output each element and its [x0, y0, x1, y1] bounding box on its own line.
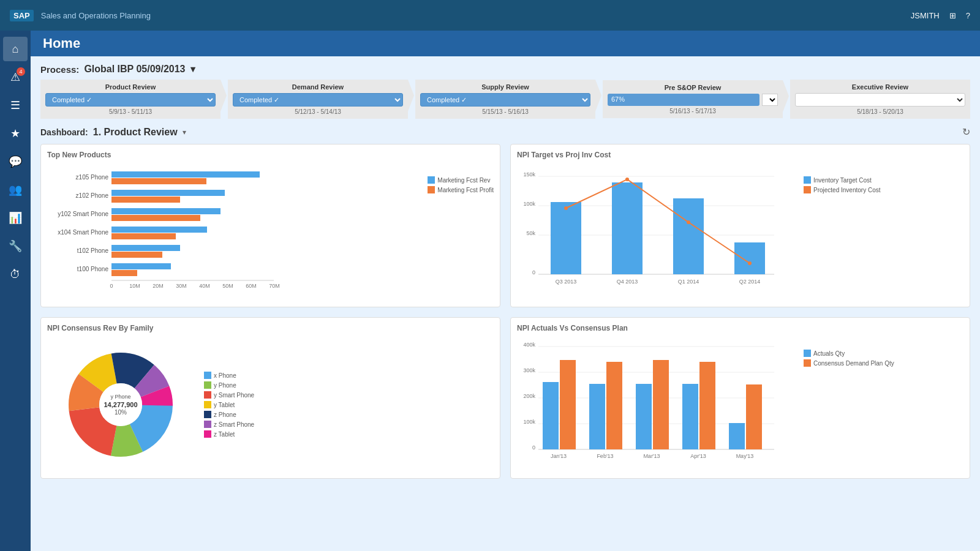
grid-icon[interactable]: ⊞	[949, 11, 956, 20]
legend-dot-xphone	[204, 372, 211, 379]
svg-text:0: 0	[110, 283, 113, 289]
legend-dot-zphone	[204, 411, 211, 418]
sidebar-item-list[interactable]: ☰	[3, 93, 28, 118]
dashboard-header: Dashboard: 1. Product Review ▾ ↻	[40, 126, 970, 138]
svg-rect-35	[551, 202, 581, 274]
sidebar-item-tools[interactable]: 🔧	[3, 234, 28, 258]
svg-text:50k: 50k	[526, 230, 535, 236]
legend-item-ytablet: y Tablet	[204, 401, 254, 408]
history-icon: ⏱	[10, 268, 21, 281]
sidebar-item-history[interactable]: ⏱	[3, 262, 28, 287]
sidebar-item-favorites[interactable]: ★	[3, 121, 28, 146]
svg-rect-8	[111, 215, 200, 221]
legend-item-xphone: x Phone	[204, 372, 254, 379]
sidebar-item-home[interactable]: ⌂	[3, 37, 28, 61]
npi-consensus-title: NPI Consensus Rev By Family	[47, 324, 494, 332]
step-status-pre-sop: 67%	[608, 94, 760, 106]
legend-item-ysmartphone: y Smart Phone	[204, 391, 254, 399]
legend-label-ztablet: z Tablet	[214, 431, 235, 438]
svg-rect-70	[543, 382, 559, 449]
user-name[interactable]: JSMITH	[911, 11, 940, 20]
npi-consensus-legend: x Phone y Phone y Smart Phone	[204, 372, 254, 438]
tools-icon: 🔧	[9, 239, 22, 253]
svg-text:70M: 70M	[269, 283, 280, 289]
npi-consensus-chart-area: y Phone 14,277,900 10% x Phone y Ph	[47, 337, 494, 472]
npi-consensus-chart: NPI Consensus Rev By Family	[40, 317, 500, 479]
top-new-products-svg: z105 Phone z102 Phone y102 Smart Phone x…	[47, 164, 423, 301]
legend-dot-yphone	[204, 381, 211, 389]
svg-text:Q4 2013: Q4 2013	[617, 279, 638, 285]
svg-text:Q2 2014: Q2 2014	[739, 279, 761, 285]
svg-text:200k: 200k	[523, 393, 535, 399]
svg-text:Q1 2014: Q1 2014	[678, 279, 699, 285]
step-title-demand-review: Demand Review	[233, 83, 403, 91]
list-icon: ☰	[10, 99, 20, 112]
legend-dot-inv-target	[804, 176, 811, 184]
step-date-demand-review: 5/12/13 - 5/14/13	[233, 108, 403, 115]
layout: ⌂ ⚠ 4 ☰ ★ 💬 👥 📊 🔧 ⏱ Home	[0, 31, 980, 551]
top-bar-left: SAP Sales and Operations Planning	[10, 10, 151, 21]
svg-text:50M: 50M	[222, 283, 233, 289]
svg-point-40	[625, 178, 629, 181]
svg-rect-4	[111, 190, 225, 196]
refresh-icon[interactable]: ↻	[962, 126, 970, 138]
legend-label-zphone: z Phone	[214, 411, 236, 418]
svg-text:100k: 100k	[523, 419, 535, 425]
top-new-products-svg-element: z105 Phone z102 Phone y102 Smart Phone x…	[47, 164, 341, 299]
svg-text:x104 Smart Phone: x104 Smart Phone	[58, 229, 108, 236]
svg-text:20M: 20M	[153, 283, 164, 289]
step-date-product-review: 5/9/13 - 5/11/13	[45, 108, 216, 115]
svg-text:t100 Phone: t100 Phone	[77, 266, 109, 272]
legend-label-consensus-demand: Consensus Demand Plan Qty	[813, 360, 894, 367]
process-text: Process:	[40, 64, 79, 75]
top-new-products-legend: Marketing Fcst Rev Marketing Fcst Profit	[428, 164, 494, 301]
analytics-icon: 📊	[9, 211, 22, 225]
charts-grid: Top New Products z105 Phone z102 Phone	[40, 144, 970, 479]
step-dropdown-product-review[interactable]: Completed ✓	[45, 93, 216, 107]
sidebar-item-people[interactable]: 👥	[3, 178, 28, 202]
svg-point-42	[748, 261, 752, 265]
svg-rect-71	[560, 360, 576, 449]
svg-text:60M: 60M	[246, 283, 257, 289]
help-icon[interactable]: ?	[966, 11, 970, 20]
svg-rect-78	[729, 423, 745, 449]
legend-item-zsmartphone: z Smart Phone	[204, 421, 254, 428]
legend-item-inv-target: Inventory Target Cost	[804, 176, 881, 184]
step-title-pre-sop: Pre S&OP Review	[608, 84, 778, 91]
svg-rect-72	[589, 384, 605, 449]
step-title-product-review: Product Review	[45, 83, 216, 91]
legend-label-yphone: y Phone	[214, 382, 236, 389]
legend-dot-marketing-profit	[428, 186, 435, 193]
message-icon: 💬	[9, 155, 22, 168]
step-dropdown-supply-review[interactable]: Completed ✓	[420, 93, 590, 107]
main-content: Home Process: Global IBP 05/09/2013 ▾ Pr…	[31, 31, 980, 551]
step-dropdown-pre-sop[interactable]	[762, 94, 778, 106]
process-step-executive-review: Executive Review 5/18/13 - 5/20/13	[790, 80, 970, 119]
sidebar-item-analytics[interactable]: 📊	[3, 206, 28, 230]
alert-badge: 4	[17, 67, 25, 76]
step-date-pre-sop: 5/16/13 - 5/17/13	[608, 108, 778, 114]
npi-consensus-svg: y Phone 14,277,900 10%	[47, 337, 194, 472]
legend-item-ztablet: z Tablet	[204, 430, 254, 438]
sap-logo: SAP	[10, 10, 34, 21]
legend-label-inv-target: Inventory Target Cost	[813, 177, 872, 184]
svg-rect-17	[111, 270, 137, 276]
legend-label-ytablet: y Tablet	[214, 402, 235, 408]
svg-text:t102 Phone: t102 Phone	[77, 247, 109, 254]
step-title-supply-review: Supply Review	[420, 83, 590, 91]
process-dropdown-arrow[interactable]: ▾	[190, 64, 195, 75]
process-steps: Product Review Completed ✓ 5/9/13 - 5/11…	[40, 80, 970, 119]
process-step-demand-review: Demand Review Completed ✓ 5/12/13 - 5/14…	[228, 80, 408, 119]
legend-item-consensus-demand: Consensus Demand Plan Qty	[804, 359, 894, 367]
step-dropdown-executive-review[interactable]	[795, 93, 965, 107]
star-icon: ★	[10, 127, 20, 140]
dashboard-dropdown-arrow[interactable]: ▾	[183, 128, 186, 137]
page-header: Home	[31, 31, 980, 56]
sidebar-item-alerts[interactable]: ⚠ 4	[3, 65, 28, 89]
step-dropdown-demand-review[interactable]: Completed ✓	[233, 93, 403, 107]
svg-text:Jan'13: Jan'13	[551, 453, 567, 459]
svg-text:Feb'13: Feb'13	[597, 453, 613, 459]
legend-item-yphone: y Phone	[204, 381, 254, 389]
sidebar-item-messages[interactable]: 💬	[3, 149, 28, 174]
process-name: Global IBP 05/09/2013	[84, 64, 185, 75]
